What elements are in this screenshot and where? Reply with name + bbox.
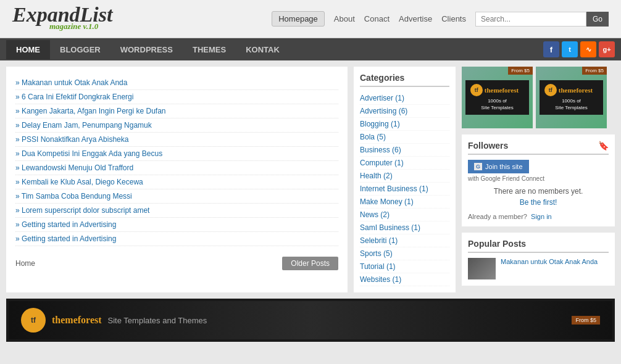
right-column: From $5 tf themeforest 1000s ofSite Temp… xyxy=(462,67,615,292)
ad-banners: From $5 tf themeforest 1000s ofSite Temp… xyxy=(462,67,615,128)
social-icons: f t ∿ g+ xyxy=(543,38,615,60)
post-link[interactable]: » Lorem superscript dolor subscript amet xyxy=(15,206,149,215)
join-label: Join this site xyxy=(485,163,523,170)
list-item: Advertising (6) xyxy=(360,105,449,118)
bottom-banner-inner[interactable]: tf themeforest Site Templates and Themes… xyxy=(9,301,612,339)
already-member-area: Already a member? Sign in xyxy=(468,213,609,220)
top-navigation: Homepage About Conact Advertise Clients … xyxy=(272,11,609,27)
search-area: Go xyxy=(475,12,609,27)
nav-wordpress[interactable]: WORDPRESS xyxy=(110,40,183,59)
list-item: » Delay Enam Jam, Penumpang Ngamuk xyxy=(15,118,338,133)
nav-homepage[interactable]: Homepage xyxy=(272,11,325,27)
ad-banner-1[interactable]: From $5 tf themeforest 1000s ofSite Temp… xyxy=(462,67,533,128)
popular-post-thumb xyxy=(468,258,496,279)
post-link[interactable]: » Tim Samba Coba Bendung Messi xyxy=(15,192,132,201)
list-item: » Getting started in Advertising xyxy=(15,232,338,246)
popular-posts-section: Popular Posts Makanan untuk Otak Anak An… xyxy=(462,233,615,286)
main-navbar: HOME BLOGGER WORDPRESS THEMES KONTAK f t… xyxy=(0,38,621,60)
ad-brand: themeforest xyxy=(485,86,519,94)
category-link[interactable]: Computer (1) xyxy=(360,159,404,167)
list-item: Selebriti (1) xyxy=(360,234,449,247)
home-link[interactable]: Home xyxy=(15,259,35,268)
post-link[interactable]: » Delay Enam Jam, Penumpang Ngamuk xyxy=(15,121,152,130)
already-member-text: Already a member? xyxy=(468,213,527,220)
popular-post-link[interactable]: Makanan untuk Otak Anak Anda xyxy=(501,258,598,265)
post-link[interactable]: » Makanan untuk Otak Anak Anda xyxy=(15,78,127,87)
category-link[interactable]: Business (6) xyxy=(360,146,401,154)
category-link[interactable]: Tutorial (1) xyxy=(360,262,396,271)
category-list: Advertiser (1) Advertising (6) Blogging … xyxy=(360,92,449,286)
gfc-icon: G xyxy=(474,163,482,170)
post-link[interactable]: » 6 Cara Ini Efektif Dongkrak Energi xyxy=(15,93,133,101)
search-input[interactable] xyxy=(475,12,586,27)
ad-banner-2[interactable]: From $5 tf themeforest 1000s ofSite Temp… xyxy=(536,67,607,128)
list-item: Bola (5) xyxy=(360,131,449,144)
list-item: Computer (1) xyxy=(360,157,449,170)
join-site-button[interactable]: G Join this site xyxy=(468,160,529,173)
googleplus-icon[interactable]: g+ xyxy=(599,41,615,57)
be-first-link[interactable]: Be the first! xyxy=(468,198,609,207)
list-item: Tutorial (1) xyxy=(360,260,449,273)
followers-title: Followers xyxy=(468,141,609,155)
list-item: » Makanan untuk Otak Anak Anda xyxy=(15,76,338,90)
category-link[interactable]: Advertiser (1) xyxy=(360,94,404,102)
categories-title: Categories xyxy=(360,73,449,87)
nav-themes[interactable]: THEMES xyxy=(183,40,236,59)
bottom-banner-logo: tf xyxy=(21,308,46,333)
category-link[interactable]: Internet Business (1) xyxy=(360,184,428,193)
category-link[interactable]: Websites (1) xyxy=(360,275,401,284)
bottom-brand: themeforest xyxy=(52,315,102,326)
list-item: » Dua Kompetisi Ini Enggak Ada yang Becu… xyxy=(15,147,338,161)
post-link[interactable]: » Getting started in Advertising xyxy=(15,220,116,229)
post-link[interactable]: » Lewandowski Menuju Old Trafford xyxy=(15,163,133,172)
search-button[interactable]: Go xyxy=(586,12,609,27)
nav-advertise[interactable]: Advertise xyxy=(399,14,432,23)
list-item: Health (2) xyxy=(360,170,449,183)
post-link[interactable]: » Kangen Jakarta, Afgan Ingin Pergi ke D… xyxy=(15,107,166,115)
nav-blogger[interactable]: BLOGGER xyxy=(50,40,110,59)
list-item: Websites (1) xyxy=(360,273,449,286)
bookmark-icon[interactable]: 🔖 xyxy=(598,141,609,151)
nav-kontak[interactable]: KONTAK xyxy=(236,40,290,59)
bottom-banner-sub: Site Templates and Themes xyxy=(108,316,207,325)
nav-clients[interactable]: Clients xyxy=(441,14,466,23)
ad-sub-2: 1000s ofSite Templates xyxy=(544,98,599,111)
category-link[interactable]: Advertising (6) xyxy=(360,107,407,115)
category-link[interactable]: Make Money (1) xyxy=(360,197,414,206)
category-link[interactable]: Blogging (1) xyxy=(360,120,400,128)
category-link[interactable]: SamI Business (1) xyxy=(360,223,420,232)
nav-conact[interactable]: Conact xyxy=(364,14,390,23)
from-label: From $5 xyxy=(508,67,533,75)
list-item: » Tim Samba Coba Bendung Messi xyxy=(15,189,338,204)
from-tag: From $5 xyxy=(572,316,600,325)
nav-home[interactable]: HOME xyxy=(6,40,50,59)
nav-about[interactable]: About xyxy=(334,14,355,23)
navbar-links: HOME BLOGGER WORDPRESS THEMES KONTAK xyxy=(6,40,290,59)
category-link[interactable]: News (2) xyxy=(360,210,390,219)
post-link[interactable]: » Dua Kompetisi Ini Enggak Ada yang Becu… xyxy=(15,149,162,158)
rss-icon[interactable]: ∿ xyxy=(580,41,596,57)
popular-post-item: Makanan untuk Otak Anak Anda xyxy=(468,258,609,279)
twitter-icon[interactable]: t xyxy=(562,41,578,57)
post-link[interactable]: » Getting started in Advertising xyxy=(15,234,116,243)
list-item: Sports (5) xyxy=(360,247,449,260)
site-logo: ExpandList magazine v.1.0 xyxy=(12,6,112,31)
sign-in-link[interactable]: Sign in xyxy=(531,213,552,220)
list-item: Blogging (1) xyxy=(360,118,449,131)
post-link[interactable]: » Kembali ke Klub Asal, Diego Kecewa xyxy=(15,178,143,186)
category-link[interactable]: Health (2) xyxy=(360,172,393,180)
category-link[interactable]: Bola (5) xyxy=(360,133,386,141)
category-link[interactable]: Selebriti (1) xyxy=(360,236,398,245)
no-members-text: There are no members yet. xyxy=(468,187,609,196)
post-link[interactable]: » PSSI Nonaktifkan Arya Abisheka xyxy=(15,135,128,144)
list-item: SamI Business (1) xyxy=(360,221,449,234)
popular-posts-title: Popular Posts xyxy=(468,239,609,253)
category-link[interactable]: Sports (5) xyxy=(360,249,393,258)
ad-brand-2: themeforest xyxy=(559,86,593,94)
facebook-icon[interactable]: f xyxy=(543,41,559,57)
list-item: News (2) xyxy=(360,209,449,221)
post-list-area: » Makanan untuk Otak Anak Anda » 6 Cara … xyxy=(6,67,348,292)
list-item: » Getting started in Advertising xyxy=(15,218,338,232)
older-posts-button[interactable]: Older Posts xyxy=(282,257,338,270)
list-item: » Kembali ke Klub Asal, Diego Kecewa xyxy=(15,175,338,189)
